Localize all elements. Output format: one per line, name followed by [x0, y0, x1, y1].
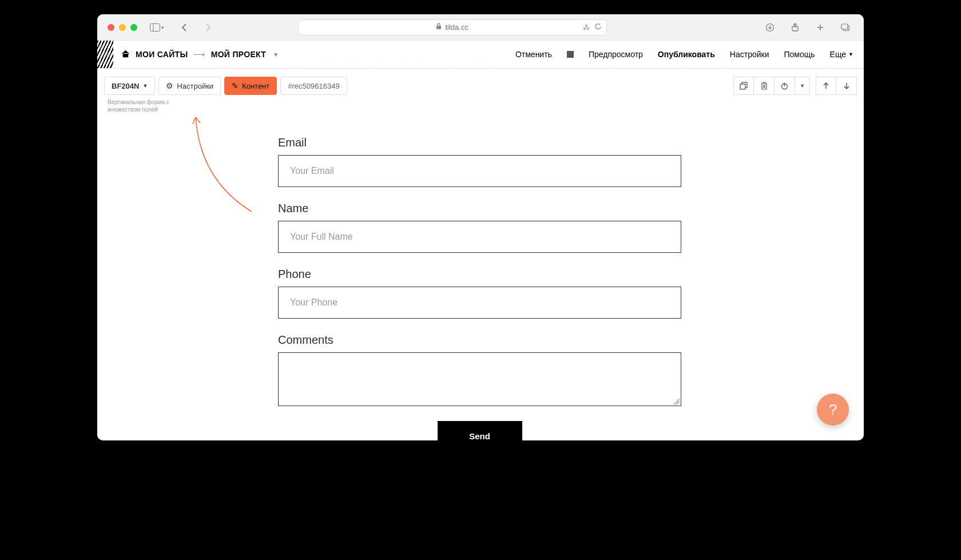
new-tab-icon[interactable] — [812, 19, 828, 35]
duplicate-button[interactable] — [733, 77, 754, 95]
svg-rect-2 — [436, 26, 441, 29]
crumb-sites[interactable]: МОИ САЙТЫ — [136, 50, 188, 59]
translate-icon[interactable]: ⁂ — [583, 23, 590, 31]
field-label: Comments — [278, 333, 681, 347]
app-header: МОИ САЙТЫ ⟶ МОЙ ПРОЕКТ ▼ Отменить Предпр… — [97, 41, 864, 68]
block-settings-button[interactable]: ⚙ Настройки — [158, 77, 221, 95]
more-label: Еще — [830, 50, 847, 59]
move-up-button[interactable] — [816, 77, 836, 95]
email-input[interactable]: Your Email — [278, 155, 681, 187]
cancel-button[interactable]: Отменить — [515, 50, 552, 59]
address-bar[interactable]: tilda.cc ⁂ — [298, 19, 607, 35]
form-block: Email Your Email Name Your Full Name Pho… — [278, 136, 681, 440]
block-code-dropdown[interactable]: BF204N ▼ — [104, 77, 155, 95]
block-toolbar-right: ▼ — [728, 77, 857, 95]
help-fab-button[interactable]: ? — [817, 394, 849, 426]
caret-down-icon: ▼ — [142, 83, 148, 89]
block-code-label: BF204N — [112, 82, 139, 90]
stop-icon[interactable] — [567, 51, 574, 58]
phone-input[interactable]: Your Phone — [278, 287, 681, 319]
submit-button[interactable]: Send — [438, 421, 522, 440]
submit-label: Send — [469, 431, 490, 441]
placeholder-text: Your Full Name — [290, 232, 353, 242]
comments-textarea[interactable] — [278, 352, 681, 406]
block-content-label: Контент — [242, 82, 269, 90]
block-content-button[interactable]: ✎ Контент — [224, 77, 277, 95]
back-button[interactable] — [176, 19, 192, 35]
preview-button[interactable]: Предпросмотр — [589, 50, 643, 59]
browser-chrome: ▾ tilda.cc ⁂ — [97, 14, 864, 41]
more-menu[interactable]: Еще ▼ — [830, 50, 853, 59]
chevron-down-icon[interactable]: ▼ — [273, 51, 279, 58]
gear-icon: ⚙ — [166, 81, 173, 90]
chrome-right-actions — [762, 19, 853, 35]
move-down-button[interactable] — [836, 77, 857, 95]
field-label: Phone — [278, 268, 681, 281]
lock-icon — [436, 23, 442, 31]
name-input[interactable]: Your Full Name — [278, 221, 681, 253]
caret-down-icon: ▼ — [800, 83, 805, 89]
browser-window: ▾ tilda.cc ⁂ — [97, 14, 864, 440]
settings-link[interactable]: Настройки — [730, 50, 769, 59]
chevron-down-icon: ▾ — [161, 25, 164, 30]
sidebar-toggle-button[interactable]: ▾ — [149, 19, 165, 35]
rec-id-label: #rec509616349 — [288, 82, 339, 90]
forward-button[interactable] — [200, 19, 216, 35]
delete-button[interactable] — [754, 77, 775, 95]
home-icon[interactable] — [121, 50, 130, 59]
form-field: Name Your Full Name — [278, 202, 681, 253]
block-rec-id[interactable]: #rec509616349 — [280, 77, 347, 95]
crumb-project[interactable]: МОЙ ПРОЕКТ — [211, 50, 266, 59]
window-minimize-icon[interactable] — [119, 24, 126, 31]
url-host: tilda.cc — [445, 23, 468, 31]
tabs-overview-icon[interactable] — [837, 19, 853, 35]
app-logo — [97, 41, 113, 68]
breadcrumb: МОИ САЙТЫ ⟶ МОЙ ПРОЕКТ ▼ — [121, 50, 279, 59]
more-dropdown[interactable]: ▼ — [795, 77, 810, 95]
editor-canvas: Email Your Email Name Your Full Name Pho… — [97, 113, 864, 440]
header-actions: Отменить Предпросмотр Опубликовать Настр… — [515, 50, 853, 59]
block-toolbar: BF204N ▼ ⚙ Настройки ✎ Контент #rec50961… — [97, 69, 864, 95]
window-zoom-icon[interactable] — [130, 24, 137, 31]
chevron-down-icon: ▼ — [848, 51, 853, 57]
form-field: Phone Your Phone — [278, 268, 681, 319]
field-label: Name — [278, 202, 681, 215]
traffic-lights — [108, 24, 137, 31]
block-settings-label: Настройки — [177, 82, 213, 90]
form-field: Comments — [278, 333, 681, 406]
publish-button[interactable]: Опубликовать — [658, 50, 715, 59]
pencil-icon: ✎ — [232, 81, 239, 90]
window-close-icon[interactable] — [108, 24, 114, 31]
placeholder-text: Your Phone — [290, 297, 337, 308]
svg-rect-6 — [841, 24, 848, 29]
arrow-right-icon: ⟶ — [193, 50, 205, 59]
placeholder-text: Your Email — [290, 166, 334, 176]
power-button[interactable] — [775, 77, 795, 95]
resize-handle-icon[interactable] — [674, 399, 680, 404]
share-icon[interactable] — [787, 19, 803, 35]
question-icon: ? — [829, 401, 837, 419]
block-description: Вертикальная форма с множеством полей — [97, 95, 177, 113]
reload-icon[interactable] — [594, 23, 602, 32]
form-field: Email Your Email — [278, 136, 681, 187]
help-link[interactable]: Помощь — [784, 50, 815, 59]
nav-arrows — [176, 19, 216, 35]
downloads-icon[interactable] — [762, 19, 778, 35]
svg-rect-0 — [150, 23, 160, 31]
field-label: Email — [278, 136, 681, 149]
svg-rect-8 — [740, 84, 745, 89]
